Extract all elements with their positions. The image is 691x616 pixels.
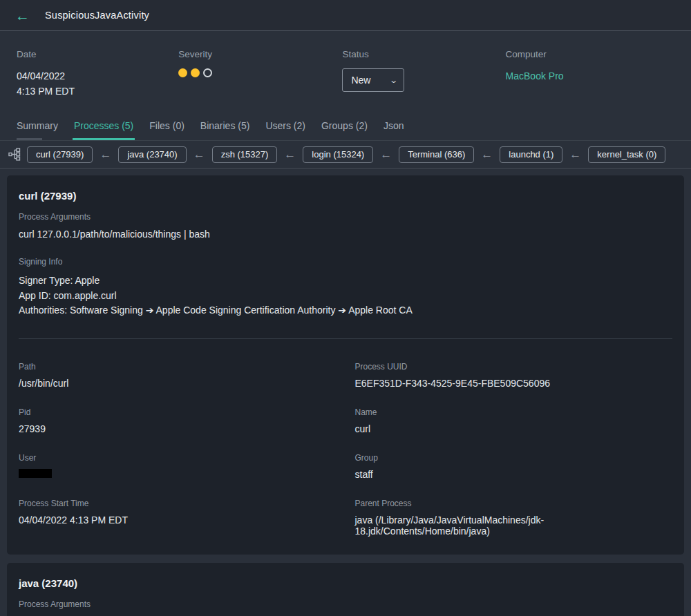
group-field: Group staff	[355, 453, 673, 480]
group-value: staff	[355, 469, 673, 480]
redaction-bar	[19, 469, 52, 478]
parent-process-value: java (/Library/Java/JavaVirtualMachines/…	[355, 514, 673, 537]
process-card-title: java (23740)	[19, 577, 672, 589]
process-arguments-label: Process Arguments	[19, 599, 672, 609]
process-card-title: curl (27939)	[19, 190, 672, 202]
computer-label: Computer	[506, 49, 691, 59]
signing-info-label: Signing Info	[19, 257, 672, 267]
group-label: Group	[355, 453, 673, 463]
tab-users[interactable]: Users (2)	[265, 114, 305, 140]
path-field: Path /usr/bin/curl	[19, 362, 337, 389]
date-value-line1: 04/04/2022	[17, 68, 178, 84]
process-detail-list: curl (27939) Process Arguments curl 127.…	[0, 169, 691, 616]
left-arrow-icon: ←	[569, 148, 581, 162]
severity-dot-filled-icon	[191, 68, 200, 77]
path-value: /usr/bin/curl	[19, 378, 337, 389]
signer-type-line: Signer Type: Apple	[19, 273, 672, 289]
severity-dot-filled-icon	[178, 68, 187, 77]
signing-info-section: Signing Info Signer Type: Apple App ID: …	[19, 257, 672, 318]
process-node-login[interactable]: login (15324)	[303, 146, 373, 163]
computer-link[interactable]: MacBook Pro	[506, 68, 691, 84]
tab-json[interactable]: Json	[384, 114, 404, 140]
status-selected-value: New	[351, 75, 370, 86]
top-bar: ← SuspiciousJavaActivity	[0, 0, 691, 31]
tab-bar: Summary Processes (5) Files (0) Binaries…	[0, 114, 691, 140]
chevron-down-icon: ⌄	[389, 76, 398, 85]
severity-indicator	[178, 68, 342, 77]
page-title: SuspiciousJavaActivity	[45, 10, 149, 21]
authorities-line: Authorities: Software Signing ➔ Apple Co…	[19, 303, 672, 318]
severity-field: Severity	[178, 49, 342, 99]
date-field: Date 04/04/2022 4:13 PM EDT	[17, 49, 178, 99]
process-start-time-label: Process Start Time	[19, 499, 337, 508]
parent-process-field: Parent Process java (/Library/Java/JavaV…	[355, 499, 673, 537]
process-node-java[interactable]: java (23740)	[118, 146, 186, 163]
process-uuid-value: E6EF351D-F343-4525-9E45-FBE509C56096	[355, 378, 673, 389]
process-detail-grid: Path /usr/bin/curl Process UUID E6EF351D…	[19, 362, 672, 537]
date-value-line2: 4:13 PM EDT	[17, 84, 178, 99]
left-arrow-icon: ←	[481, 148, 493, 162]
process-node-zsh[interactable]: zsh (15327)	[212, 146, 278, 163]
back-arrow-icon[interactable]: ←	[10, 8, 35, 23]
severity-label: Severity	[178, 49, 342, 59]
process-tree-icon	[8, 148, 21, 161]
process-start-time-value: 04/04/2022 4:13 PM EDT	[19, 514, 337, 526]
user-field: User	[19, 453, 337, 480]
card-divider	[19, 338, 672, 339]
process-uuid-field: Process UUID E6EF351D-F343-4525-9E45-FBE…	[355, 362, 673, 389]
pid-field: Pid 27939	[19, 407, 337, 434]
name-field: Name curl	[355, 407, 673, 434]
process-card-java: java (23740) Process Arguments /Library/…	[7, 563, 684, 616]
process-node-launchd[interactable]: launchd (1)	[500, 146, 562, 163]
parent-process-label: Parent Process	[355, 499, 673, 508]
left-arrow-icon: ←	[100, 148, 111, 162]
process-node-curl[interactable]: curl (27939)	[27, 146, 93, 163]
name-label: Name	[355, 407, 673, 417]
status-field: Status New ⌄	[342, 49, 505, 99]
tab-processes[interactable]: Processes (5)	[74, 114, 133, 140]
process-node-terminal[interactable]: Terminal (636)	[399, 146, 474, 163]
process-arguments-label: Process Arguments	[19, 212, 672, 222]
computer-field: Computer MacBook Pro	[506, 49, 691, 99]
left-arrow-icon: ←	[380, 148, 392, 162]
date-label: Date	[17, 49, 178, 59]
left-arrow-icon: ←	[284, 148, 296, 162]
tab-files[interactable]: Files (0)	[149, 114, 184, 140]
process-uuid-label: Process UUID	[355, 362, 673, 372]
process-ancestry-bar: curl (27939) ← java (23740) ← zsh (15327…	[0, 140, 691, 169]
pid-label: Pid	[19, 407, 337, 417]
process-card-curl: curl (27939) Process Arguments curl 127.…	[7, 175, 684, 555]
severity-dot-empty-icon	[203, 68, 212, 77]
process-start-time-field: Process Start Time 04/04/2022 4:13 PM ED…	[19, 499, 337, 537]
name-value: curl	[355, 423, 673, 434]
status-dropdown[interactable]: New ⌄	[342, 68, 404, 92]
app-id-line: App ID: com.apple.curl	[19, 289, 672, 304]
tab-summary[interactable]: Summary	[17, 114, 58, 140]
path-label: Path	[19, 362, 337, 372]
detection-header: Date 04/04/2022 4:13 PM EDT Severity Sta…	[0, 31, 691, 114]
status-label: Status	[342, 49, 505, 59]
user-label: User	[19, 453, 337, 463]
tab-groups[interactable]: Groups (2)	[321, 114, 368, 140]
process-node-kernel-task[interactable]: kernel_task (0)	[588, 146, 665, 163]
process-arguments-value: curl 127.0.0.1/path/to/malicious/things …	[19, 229, 672, 240]
left-arrow-icon: ←	[193, 148, 205, 162]
pid-value: 27939	[19, 423, 337, 434]
tab-binaries[interactable]: Binaries (5)	[200, 114, 250, 140]
